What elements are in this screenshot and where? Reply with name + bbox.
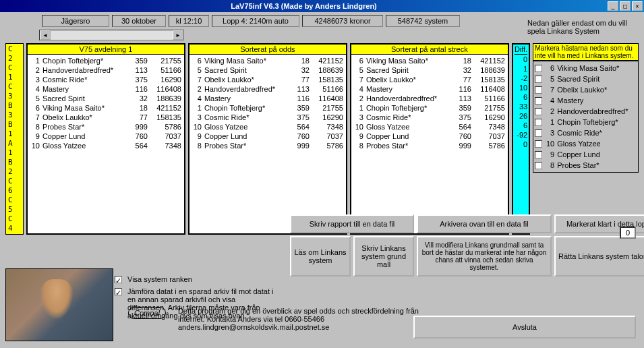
close-button[interactable]: ✕ <box>632 1 643 11</box>
table-row: 7Obelix Laukko*77158135 <box>30 113 181 122</box>
right-note: Nedan gäller endast om du vill spela Lin… <box>527 19 639 35</box>
info-race: Lopp 4: 2140m auto <box>212 15 299 27</box>
info-time: kl 12:10 <box>169 15 209 27</box>
exclude-checkbox[interactable] <box>535 86 542 94</box>
btn-write-template[interactable]: Skriv Linkans system grund mall <box>353 236 414 277</box>
exclude-checkbox[interactable] <box>535 162 542 169</box>
table-row: 5Sacred Spirit32188639 <box>192 65 343 75</box>
table-row: 10Gloss Yatzee5647348 <box>354 122 505 132</box>
diff-header: Diff. <box>515 45 527 55</box>
exclude-item: 9Copper Lund <box>535 149 637 160</box>
info-money: 42486073 kronor <box>302 15 383 27</box>
diff-column: Diff. 01-210633266-920 <box>512 43 530 235</box>
table-row: 8Probes Star*9995786 <box>30 122 181 132</box>
table-division: V75 avdelning 1 1Chopin Toftebjerg*35921… <box>26 43 185 235</box>
table-row: 8Probes Star*9995786 <box>192 141 343 150</box>
exclude-checkbox[interactable] <box>535 76 542 83</box>
btn-exit[interactable]: Avsluta <box>413 316 636 339</box>
table-row: 4Mastery116116408 <box>192 94 343 103</box>
exclude-checkbox[interactable] <box>535 97 542 105</box>
author-photo <box>5 268 113 341</box>
exclude-checkbox[interactable] <box>535 129 542 137</box>
exclude-checkbox[interactable] <box>535 140 542 148</box>
counter-box: 0 <box>620 227 636 239</box>
table-row: 3Cosmic Ride*37516290 <box>192 113 343 122</box>
scroll-left-icon[interactable]: ◄ <box>40 30 51 40</box>
exclude-item: 1Chopin Toftebjerg* <box>535 117 637 127</box>
table3-header: Sorterat på antal streck <box>351 45 508 55</box>
table-row: 2Handoverdabredfred*11351166 <box>354 94 505 103</box>
exclude-item: 4Mastery <box>535 95 637 106</box>
table-row: 9Copper Lund7607037 <box>192 132 343 141</box>
table1-header: V75 avdelning 1 <box>28 45 184 55</box>
btn-read-linkans[interactable]: Läs om Linkans system <box>290 236 351 277</box>
scroll-right-icon[interactable]: ► <box>173 30 183 40</box>
titlebar: LaV75inf V6.3 (Made by Anders Lindgren) … <box>0 0 644 12</box>
table-row: 7Obelix Laukko*77158135 <box>354 75 505 84</box>
table-row: 10Gloss Yatzee5647348 <box>192 122 343 132</box>
exclude-checkbox[interactable] <box>535 151 542 158</box>
table-row: 5Sacred Spirit32188639 <box>30 94 181 103</box>
table-row: 1Chopin Toftebjerg*35921755 <box>30 56 181 65</box>
exclude-item: 2Handoverdabredfred* <box>535 106 637 117</box>
info-systems: 548742 system <box>386 15 460 27</box>
info-date: 30 oktober <box>112 15 166 27</box>
table-row: 9Copper Lund7607037 <box>354 132 505 141</box>
exclude-item: 7Obelix Laukko* <box>535 84 637 95</box>
table-odds: Sorterat på odds 6Viking Masa Saito*1842… <box>188 43 347 235</box>
exclude-checkbox[interactable] <box>535 65 542 72</box>
exclude-item: 5Sacred Spirit <box>535 74 637 84</box>
table-row: 3Cosmic Ride*37516290 <box>30 75 181 84</box>
horizontal-scrollbar[interactable]: ◄ ► <box>39 30 184 40</box>
table-row: 6Viking Masa Saito*18421152 <box>192 56 343 65</box>
exclude-checklist: 6Viking Masa Saito*5Sacred Spirit7Obelix… <box>533 61 639 173</box>
btn-write-report[interactable]: Skriv rapport till en data fil <box>290 214 414 233</box>
yellow-instructions: Markera hästarna nedan som du inte vill … <box>533 43 639 61</box>
table-row: 8Probes Star*9995786 <box>354 141 505 150</box>
table-row: 4Mastery116116408 <box>354 84 505 94</box>
exclude-item: 10Gloss Yatzee <box>535 138 637 149</box>
table-streck: Sorterat på antal streck 6Viking Masa Sa… <box>350 43 509 235</box>
exclude-checkbox[interactable] <box>535 119 542 126</box>
btn-correct-talons[interactable]: Rätta Linkans system talonger <box>554 236 644 277</box>
title-text: LaV75inf V6.3 (Made by Anders Lindgren) <box>1 2 606 10</box>
exclude-item: 3Cosmic Ride* <box>535 127 637 138</box>
info-track: Jägersro <box>42 15 109 27</box>
table-row: 10Gloss Yatzee5647348 <box>30 141 181 150</box>
btn-archive[interactable]: Arkivera ovan till en data fil <box>417 214 552 233</box>
maximize-button[interactable]: □ <box>620 1 631 11</box>
table-row: 1Chopin Toftebjerg*35921755 <box>354 103 505 113</box>
exclude-item: 6Viking Masa Saito* <box>535 63 637 74</box>
minimize-button[interactable]: _ <box>608 1 618 11</box>
table-row: 1Chopin Toftebjerg*35921755 <box>192 103 343 113</box>
rank-codes: C 2C 1C 3B 3B 1A 1B 2C 6C 5C 4 <box>5 43 24 235</box>
check-show-rank[interactable]: ✓ <box>115 276 122 283</box>
footer-text: Detta program ger dig en överblick av sp… <box>178 307 421 331</box>
table-row: 3Cosmic Ride*37516290 <box>354 113 505 122</box>
table-row: 4Mastery116116408 <box>30 84 181 94</box>
exclude-checkbox[interactable] <box>535 108 542 115</box>
compal-logo: Compal <box>128 307 166 319</box>
table-row: 5Sacred Spirit32188639 <box>354 65 505 75</box>
btn-modify-template[interactable]: Vill modifiera Linkans grundmall samt ta… <box>417 236 552 277</box>
table-row: 6Viking Masa Saito*18421152 <box>354 56 505 65</box>
table-row: 7Obelix Laukko*77158135 <box>192 75 343 84</box>
check-compare[interactable]: ✓ <box>115 288 122 295</box>
table-row: 2Handoverdabredfred*11351166 <box>30 65 181 75</box>
exclude-item: 8Probes Star* <box>535 160 637 171</box>
table-row: 2Handoverdabredfred*11351166 <box>192 84 343 94</box>
table-row: 9Copper Lund7607037 <box>30 132 181 141</box>
table2-header: Sorterat på odds <box>189 45 346 55</box>
table-row: 6Viking Masa Saito*18421152 <box>30 103 181 113</box>
